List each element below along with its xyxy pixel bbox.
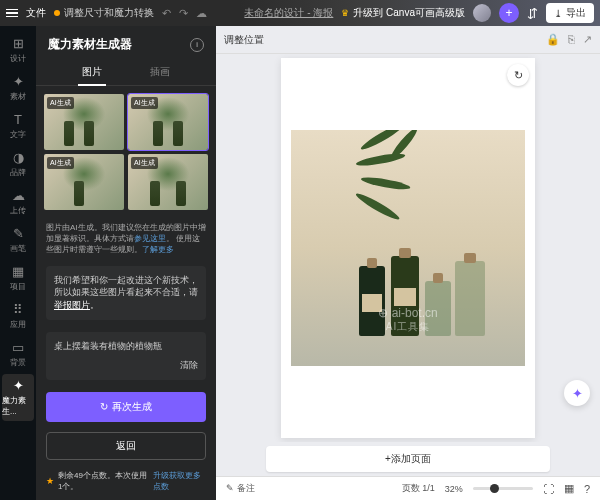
side-panel: 魔力素材生成器 i 图片 插画 AI生成 AI生成 AI生成 AI生成 图片由A… bbox=[36, 26, 216, 500]
nav-item-2[interactable]: T文字 bbox=[2, 108, 34, 144]
disclaimer-text: 图片由AI生成。我们建议您在生成的图片中增加显著标识。具体方式请参见这里。 使用… bbox=[36, 218, 216, 260]
nav-icon: T bbox=[14, 112, 22, 127]
zoom-value[interactable]: 32% bbox=[445, 484, 463, 494]
report-link[interactable]: 举报图片 bbox=[54, 300, 90, 310]
help-icon[interactable]: ? bbox=[584, 483, 590, 495]
regenerate-button[interactable]: ↻ 再次生成 bbox=[46, 392, 206, 422]
canvas-page[interactable]: ↻ ⊕ ai-bot.cn AI工具集 bbox=[281, 58, 535, 438]
prompt-input[interactable]: 桌上摆着装有植物的植物瓶 清除 bbox=[46, 332, 206, 380]
result-thumb[interactable]: AI生成 bbox=[44, 154, 124, 210]
result-thumb[interactable]: AI生成 bbox=[44, 94, 124, 150]
cloud-sync-icon[interactable]: ☁ bbox=[196, 7, 207, 20]
disclaimer-link[interactable]: 参见这里 bbox=[134, 234, 166, 243]
nav-icon: ▭ bbox=[12, 340, 24, 355]
export-button[interactable]: ⤓ 导出 bbox=[546, 3, 594, 23]
nav-label: 项目 bbox=[10, 281, 26, 292]
tab-illustration[interactable]: 插画 bbox=[146, 59, 174, 85]
nav-item-0[interactable]: ⊞设计 bbox=[2, 32, 34, 68]
info-icon[interactable]: i bbox=[190, 38, 204, 52]
nav-icon: ⠿ bbox=[13, 302, 23, 317]
tab-image[interactable]: 图片 bbox=[78, 59, 106, 85]
nav-icon: ✎ bbox=[13, 226, 24, 241]
nav-icon: ▦ bbox=[12, 264, 24, 279]
resize-toggle[interactable]: 调整尺寸和魔力转换 bbox=[54, 6, 154, 20]
nav-item-4[interactable]: ☁上传 bbox=[2, 184, 34, 220]
status-dot bbox=[54, 10, 60, 16]
menu-icon[interactable] bbox=[6, 9, 18, 18]
star-icon: ★ bbox=[46, 476, 54, 486]
nav-label: 素材 bbox=[10, 91, 26, 102]
grid-view-icon[interactable]: ▦ bbox=[564, 482, 574, 495]
duplicate-icon[interactable]: ⎘ bbox=[568, 33, 575, 46]
lock-icon[interactable]: 🔒 bbox=[546, 33, 560, 46]
canvas-area: 调整位置 🔒 ⎘ ↗ ↻ bbox=[216, 26, 600, 500]
nav-label: 上传 bbox=[10, 205, 26, 216]
crown-icon: ♛ bbox=[341, 8, 349, 18]
ai-badge: AI生成 bbox=[131, 157, 158, 169]
export-icon: ⤓ bbox=[554, 8, 562, 19]
file-menu[interactable]: 文件 bbox=[26, 6, 46, 20]
nav-icon: ✦ bbox=[13, 74, 24, 89]
feedback-box: 我们希望和你一起改进这个新技术，所以如果这些图片看起来不合适，请举报图片。 bbox=[46, 266, 206, 320]
nav-label: 画笔 bbox=[10, 243, 26, 254]
nav-label: 品牌 bbox=[10, 167, 26, 178]
nav-icon: ◑ bbox=[13, 150, 24, 165]
back-button[interactable]: 返回 bbox=[46, 432, 206, 460]
nav-icon: ✦ bbox=[13, 378, 24, 393]
nav-item-9[interactable]: ✦魔力素生... bbox=[2, 374, 34, 421]
resize-label: 调整尺寸和魔力转换 bbox=[64, 6, 154, 20]
upgrade-label: 升级到 Canva可画高级版 bbox=[353, 6, 465, 20]
nav-item-8[interactable]: ▭背景 bbox=[2, 336, 34, 372]
magic-fab[interactable]: ✦ bbox=[564, 380, 590, 406]
upgrade-button[interactable]: ♛ 升级到 Canva可画高级版 bbox=[341, 6, 465, 20]
clear-button[interactable]: 清除 bbox=[180, 360, 198, 370]
avatar[interactable] bbox=[473, 4, 491, 22]
nav-item-1[interactable]: ✦素材 bbox=[2, 70, 34, 106]
regenerate-label: 再次生成 bbox=[112, 400, 152, 414]
ai-badge: AI生成 bbox=[47, 97, 74, 109]
nav-label: 设计 bbox=[10, 53, 26, 64]
ai-badge: AI生成 bbox=[47, 157, 74, 169]
notes-button[interactable]: ✎ 备注 bbox=[226, 482, 255, 495]
analytics-icon[interactable]: ⇵ bbox=[527, 6, 538, 21]
design-name[interactable]: 未命名的设计 - 海报 bbox=[244, 6, 333, 20]
nav-label: 背景 bbox=[10, 357, 26, 368]
nav-icon: ☁ bbox=[12, 188, 25, 203]
zoom-slider[interactable] bbox=[473, 487, 533, 490]
nav-item-7[interactable]: ⠿应用 bbox=[2, 298, 34, 334]
nav-label: 应用 bbox=[10, 319, 26, 330]
nav-icon: ⊞ bbox=[13, 36, 24, 51]
credits-text: 剩余49个点数。本次使用1个。 bbox=[58, 470, 149, 492]
redo-icon[interactable]: ↷ bbox=[179, 7, 188, 20]
add-page-button[interactable]: +添加页面 bbox=[266, 446, 550, 472]
results-grid: AI生成 AI生成 AI生成 AI生成 bbox=[36, 86, 216, 218]
share-plus-button[interactable]: + bbox=[499, 3, 519, 23]
generated-image[interactable]: ⊕ ai-bot.cn AI工具集 bbox=[291, 130, 525, 366]
nav-label: 文字 bbox=[10, 129, 26, 140]
undo-icon[interactable]: ↶ bbox=[162, 7, 171, 20]
nav-item-3[interactable]: ◑品牌 bbox=[2, 146, 34, 182]
panel-title: 魔力素材生成器 bbox=[48, 36, 132, 53]
refresh-page-icon[interactable]: ↻ bbox=[507, 64, 529, 86]
page-counter[interactable]: 页数 1/1 bbox=[402, 482, 435, 495]
position-label[interactable]: 调整位置 bbox=[224, 33, 264, 47]
fullscreen-icon[interactable]: ⛶ bbox=[543, 483, 554, 495]
credits-upgrade-link[interactable]: 升级获取更多点数 bbox=[153, 470, 206, 492]
nav-item-5[interactable]: ✎画笔 bbox=[2, 222, 34, 258]
prompt-text: 桌上摆着装有植物的植物瓶 bbox=[54, 340, 198, 353]
nav-label: 魔力素生... bbox=[2, 395, 34, 417]
result-thumb[interactable]: AI生成 bbox=[128, 94, 208, 150]
copy-icon[interactable]: ↗ bbox=[583, 33, 592, 46]
credits-bar: ★ 剩余49个点数。本次使用1个。 升级获取更多点数 bbox=[36, 464, 216, 498]
export-label: 导出 bbox=[566, 6, 586, 20]
refresh-icon: ↻ bbox=[100, 401, 108, 412]
ai-badge: AI生成 bbox=[131, 97, 158, 109]
nav-rail: ⊞设计✦素材T文字◑品牌☁上传✎画笔▦项目⠿应用▭背景✦魔力素生... bbox=[0, 26, 36, 500]
nav-item-6[interactable]: ▦项目 bbox=[2, 260, 34, 296]
result-thumb[interactable]: AI生成 bbox=[128, 154, 208, 210]
learn-more-link[interactable]: 了解更多 bbox=[142, 245, 174, 254]
